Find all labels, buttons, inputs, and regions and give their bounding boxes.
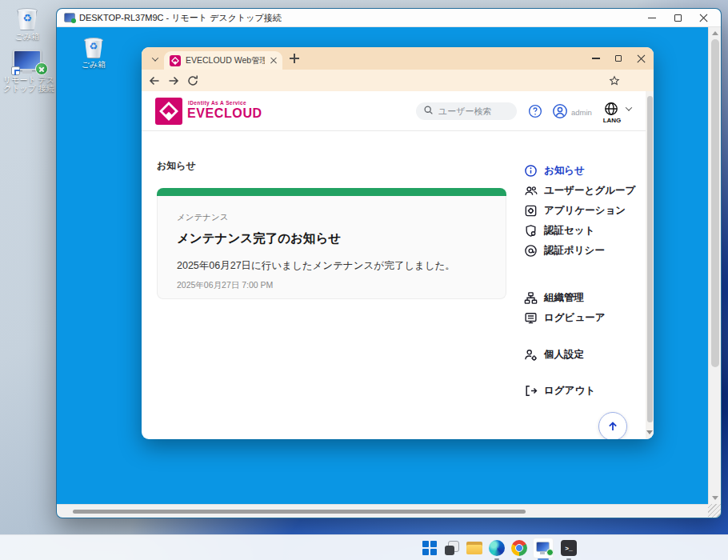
recycle-bin-icon: ♻ (16, 5, 38, 30)
rdp-window-icon (64, 13, 75, 22)
notice-category: メンテナンス (177, 212, 486, 223)
brand-tagline: IDentity As A Service (188, 100, 246, 106)
terminal-button[interactable] (558, 538, 579, 558)
scroll-down-arrow-icon[interactable] (646, 430, 653, 434)
browser-tab-active[interactable]: EVECLOUD Web管理ツール (164, 51, 282, 70)
menu-item-applications[interactable]: アプリケーション (524, 201, 648, 220)
remote-desktop-window: DESKTOP-RL37M9C - リモート デスクトップ接続 ♻ ごみ箱 EV… (56, 8, 722, 518)
notice-body-text: 2025年06月27日に行いましたメンテナンスが完了しました。 (177, 259, 486, 273)
page-title: お知らせ (157, 159, 196, 173)
task-view-icon (445, 541, 459, 555)
remote-desktop-icon (536, 542, 551, 554)
browser-toolbar: admtool.dds-evecloud- /admtool/login (142, 70, 654, 91)
rdp-horizontal-scrollbar-thumb[interactable] (73, 510, 526, 514)
help-icon[interactable] (528, 104, 542, 122)
users-groups-icon (524, 184, 538, 198)
recycle-bin-icon: ♻ (83, 34, 104, 58)
brand-name: EVECLOUD (187, 106, 262, 121)
taskbar (0, 534, 728, 560)
user-search-box[interactable] (416, 102, 517, 120)
terminal-icon (561, 540, 577, 556)
desktop-icon-label: ごみ箱 (5, 32, 50, 41)
new-tab-button[interactable] (290, 54, 299, 63)
account-icon[interactable] (552, 103, 568, 122)
menu-item-notifications[interactable]: お知らせ (524, 161, 648, 180)
arrow-up-icon (606, 420, 619, 433)
start-icon (422, 541, 437, 555)
notice-title: メンテナンス完了のお知らせ (177, 230, 486, 247)
chevron-down-icon[interactable] (626, 104, 632, 110)
desktop-icon-label: リモート デスクトップ 接続 (2, 75, 56, 93)
menu-item-logout[interactable]: ログアウト (524, 381, 648, 400)
start-button[interactable] (419, 538, 440, 558)
rdp-minimize-button[interactable] (639, 9, 665, 27)
rdp-maximize-button[interactable] (665, 9, 690, 27)
notice-accent-bar (157, 188, 506, 196)
browser-minimize-button[interactable] (585, 47, 607, 70)
rdp-window-title: DESKTOP-RL37M9C - リモート デスクトップ接続 (79, 9, 282, 27)
tab-search-button[interactable] (147, 52, 163, 66)
remote-desktop-button[interactable] (533, 538, 554, 558)
evecloud-favicon (170, 55, 181, 66)
menu-item-log-viewer[interactable]: ログビューア (524, 308, 648, 327)
rdp-vertical-scrollbar-thumb[interactable] (711, 39, 719, 367)
desktop-icon-recycle-bin[interactable]: ♻ ごみ箱 (5, 5, 50, 41)
search-input[interactable] (438, 106, 509, 116)
personal-settings-icon (524, 348, 538, 362)
scroll-down-arrow-icon[interactable] (712, 496, 718, 500)
bookmark-star-icon[interactable] (609, 75, 622, 88)
organization-icon (524, 291, 538, 305)
app-header: IDentity As A Service EVECLOUD admin LAN… (142, 91, 654, 131)
logged-in-username: admin (571, 108, 592, 117)
desktop-icon-remote-desktop[interactable]: リモート デスクトップ 接続 (2, 50, 56, 93)
desktop-icon-label: ごみ箱 (70, 60, 118, 69)
notice-timestamp: 2025年06月27日 7:00 PM (177, 280, 486, 291)
browser-close-button[interactable] (630, 47, 652, 70)
auth-set-icon (524, 224, 538, 238)
tab-close-icon[interactable] (270, 57, 277, 64)
rdp-horizontal-scrollbar[interactable] (57, 504, 710, 518)
remote-desktop-shortcut-icon (13, 50, 45, 74)
browser-maximize-button[interactable] (607, 47, 630, 70)
tab-title: EVECLOUD Web管理ツール (186, 55, 265, 66)
page-scrollbar[interactable] (646, 91, 654, 439)
info-icon (524, 164, 538, 178)
remote-desktop-icon-recycle-bin[interactable]: ♻ ごみ箱 (70, 34, 118, 69)
back-icon[interactable] (148, 74, 161, 87)
browser-tabstrip: EVECLOUD Web管理ツール (142, 47, 654, 70)
scroll-to-top-button[interactable] (598, 412, 627, 439)
scroll-up-arrow-icon[interactable] (712, 31, 718, 35)
file-explorer-button[interactable] (464, 538, 485, 558)
reload-icon[interactable] (186, 74, 199, 87)
chrome-button[interactable] (509, 538, 530, 558)
forward-icon[interactable] (167, 74, 180, 87)
edge-button[interactable] (486, 538, 507, 558)
search-icon (423, 104, 434, 118)
browser-window: EVECLOUD Web管理ツール admtool.dds-evecloud- … (142, 47, 654, 439)
menu-item-auth-set[interactable]: 認証セット (524, 221, 648, 240)
evecloud-logo-icon[interactable] (155, 98, 182, 125)
rdp-close-button[interactable] (690, 9, 716, 27)
task-view-button[interactable] (442, 538, 462, 558)
menu-item-org-management[interactable]: 組織管理 (524, 288, 648, 307)
log-viewer-icon (524, 311, 538, 325)
rdp-vertical-scrollbar[interactable] (708, 27, 721, 504)
language-label: LANG (600, 117, 624, 124)
application-icon (524, 204, 538, 218)
logout-icon (524, 384, 538, 398)
shortcut-arrow-icon (11, 66, 20, 75)
menu-item-personal-settings[interactable]: 個人設定 (524, 345, 648, 364)
chrome-icon (511, 540, 527, 556)
auth-policy-icon (524, 244, 538, 258)
rdp-resize-grip[interactable] (708, 504, 721, 518)
rdp-titlebar[interactable]: DESKTOP-RL37M9C - リモート デスクトップ接続 (57, 9, 721, 27)
file-explorer-icon (466, 542, 482, 554)
rdp-green-badge-icon (35, 62, 48, 75)
page-scrollbar-thumb[interactable] (647, 96, 653, 422)
chevron-down-icon (152, 54, 158, 61)
menu-item-auth-policy[interactable]: 認証ポリシー (524, 241, 648, 260)
edge-icon (489, 540, 505, 556)
notice-card[interactable]: メンテナンス メンテナンス完了のお知らせ 2025年06月27日に行いましたメン… (157, 188, 506, 299)
menu-item-users-groups[interactable]: ユーザーとグループ (524, 181, 648, 200)
